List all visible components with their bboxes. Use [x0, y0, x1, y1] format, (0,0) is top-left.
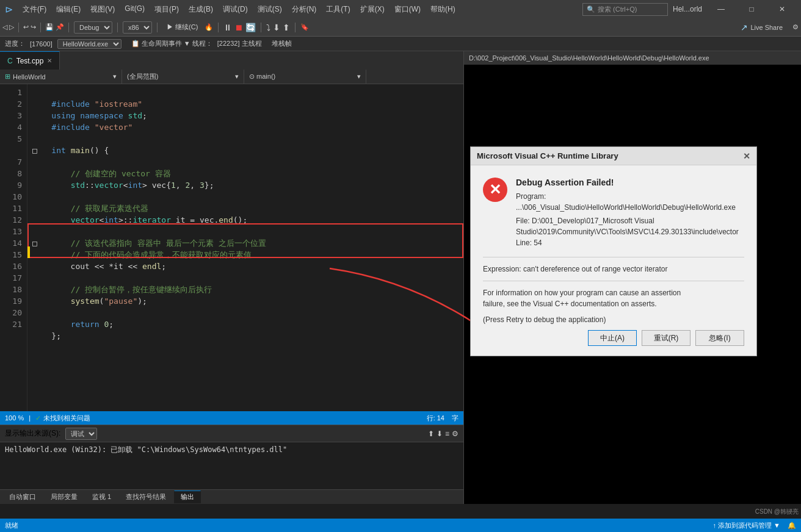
retry-button[interactable]: 重试(R) [642, 330, 690, 346]
toolbar: ◁ ▷ ↩ ↪ 💾 📌 Debug x86 ▶ 继续(C) 🔥 ⏸ ⏹ 🔄 ⤵ … [0, 18, 801, 37]
dropdown-arrow3: ▾ [357, 73, 361, 81]
tab-label: Test.cpp [16, 57, 44, 65]
debug-icons: ⏸ ⏹ 🔄 ⤵ ⬇ ⬆ [223, 23, 290, 32]
output-icon4[interactable]: ⚙ [452, 430, 458, 438]
char-info: 字 [452, 414, 458, 423]
ignore-button[interactable]: 忽略(I) [695, 330, 744, 346]
code-content[interactable]: #include "iostream" using namespace std;… [27, 84, 463, 356]
zoom-level: 100 % [5, 414, 24, 422]
function-label: ⊙ main() [249, 73, 275, 81]
settings-icon[interactable]: ⚙ [792, 23, 799, 31]
step-in-btn[interactable]: ⬇ [273, 23, 280, 32]
vs-logo: ⊳ [5, 4, 13, 15]
bell-icon[interactable]: 🔔 [788, 522, 796, 530]
tab-local-vars[interactable]: 局部变量 [44, 491, 84, 503]
dialog-body: ✕ Debug Assertion Failed! Program: ...\0… [471, 165, 756, 356]
platform-dropdown[interactable]: x86 [123, 21, 152, 34]
class-dropdown[interactable]: ⊞ HelloWorld ▾ [0, 70, 122, 84]
live-share-label: Live Share [750, 24, 783, 31]
scope-dropdown[interactable]: (全局范围) ▾ [122, 70, 244, 84]
output-tabs: 自动窗口 局部变量 监视 1 查找符号结果 输出 [0, 489, 463, 504]
restart-btn[interactable]: 🔄 [245, 23, 256, 32]
tab-watch1[interactable]: 监视 1 [85, 491, 118, 503]
tab-close-button[interactable]: ✕ [47, 57, 52, 64]
add-to-source[interactable]: ↑ 添加到源代码管理 ▼ [713, 521, 781, 530]
step-over-btn[interactable]: ⤵ [266, 23, 270, 32]
dropdown-arrow2: ▾ [235, 73, 239, 81]
process-bar: 进度： [17600] HelloWorld.exe 📋 生命周期事件 ▼ 线程… [0, 37, 801, 51]
tab-auto-window[interactable]: 自动窗口 [2, 491, 43, 503]
dialog-close-button[interactable]: ✕ [743, 151, 750, 161]
minimize-button[interactable]: — [707, 0, 735, 18]
output-toolbar-icons: ⬆ ⬇ ≡ ⚙ [428, 430, 458, 438]
menu-project[interactable]: 项目(P) [150, 3, 184, 16]
menu-debug[interactable]: 调试(D) [218, 3, 253, 16]
undo-btn[interactable]: ↩ [23, 23, 29, 31]
warning-text: 未找到相关问题 [43, 414, 90, 423]
tab-test-cpp[interactable]: C Test.cpp ✕ [0, 51, 60, 70]
thread-value: [22232] 主线程 [217, 39, 262, 48]
menu-help[interactable]: 帮助(H) [426, 3, 460, 16]
menu-analyze[interactable]: 分析(N) [287, 3, 322, 16]
dialog-expression: Expression: can't dereference out of ran… [483, 264, 744, 275]
live-share-icon: ↗ [741, 23, 748, 32]
dialog-program-label: Program: ...\006_Visual_Studio\HelloWorl… [516, 191, 739, 213]
pause-btn[interactable]: ⏸ [223, 23, 232, 32]
menu-view[interactable]: 视图(V) [85, 3, 120, 16]
search-box[interactable]: 🔍 搜索 (Ctrl+Q) [582, 3, 668, 16]
menu-tools[interactable]: 工具(T) [321, 3, 355, 16]
menu-window[interactable]: 窗口(W) [390, 3, 426, 16]
code-editor[interactable]: 1 2 3 4 5 7 8 9 10 11 12 13 14 15 16 1 [0, 84, 463, 411]
function-dropdown[interactable]: ⊙ main() ▾ [244, 70, 366, 84]
output-icon3[interactable]: ≡ [445, 430, 449, 438]
dialog-file-info: File: D:\001_Develop\017_Microsoft Visua… [516, 215, 739, 248]
tab-find-symbol[interactable]: 查找符号结果 [119, 491, 173, 503]
debug-path: D:\002_Project\006_Visual_Studio\HelloWo… [469, 54, 709, 62]
nav-bar: ⊞ HelloWorld ▾ (全局范围) ▾ ⊙ main() ▾ [0, 70, 463, 84]
class-name: HelloWorld [13, 73, 46, 81]
file-icon: C [7, 57, 13, 65]
tab-bar: C Test.cpp ✕ [0, 51, 463, 70]
menu-extend[interactable]: 扩展(X) [355, 3, 390, 16]
live-share-button[interactable]: ↗ Live Share [736, 21, 788, 34]
menu-test[interactable]: 测试(S) [253, 3, 287, 16]
toolbar-sep4 [117, 23, 118, 32]
scope-label: (全局范围) [127, 72, 158, 81]
output-source-dropdown[interactable]: 调试 [65, 428, 97, 440]
dialog-line-label: Line: 54 [516, 239, 542, 247]
runtime-error-dialog[interactable]: Microsoft Visual C++ Runtime Library ✕ ✕… [470, 146, 757, 356]
forward-btn[interactable]: ▷ [9, 23, 14, 31]
back-btn[interactable]: ◁ [2, 23, 7, 31]
menu-build[interactable]: 生成(B) [184, 3, 218, 16]
pin-btn[interactable]: 📌 [56, 23, 64, 31]
redo-btn[interactable]: ↪ [31, 23, 36, 31]
title-bar: ⊳ 文件(F) 编辑(E) 视图(V) Git(G) 项目(P) 生成(B) 调… [0, 0, 801, 18]
status-text: 就绪 [5, 521, 18, 530]
save-btn[interactable]: 💾 [45, 23, 54, 31]
process-label: 进度： [5, 39, 25, 48]
lifecycle-label: 📋 生命周期事件 ▼ 线程： [131, 39, 212, 48]
debug-mode-dropdown[interactable]: Debug [74, 21, 112, 34]
error-icon: ✕ [483, 178, 507, 202]
output-icon1[interactable]: ⬆ [428, 430, 434, 438]
stack-label: 堆栈帧 [272, 39, 292, 48]
continue-button[interactable]: ▶ 继续(C) [162, 21, 202, 34]
menu-git[interactable]: Git(G) [120, 3, 150, 16]
close-button[interactable]: ✕ [768, 0, 796, 18]
tab-output[interactable]: 输出 [174, 491, 201, 503]
menu-file[interactable]: 文件(F) [18, 3, 51, 16]
output-content: HelloWorld.exe (Win32): 已卸载 "C:\Windows\… [0, 442, 463, 489]
bookmark-icon: 🔖 [300, 23, 309, 31]
output-icon2[interactable]: ⬇ [437, 430, 443, 438]
stop-btn[interactable]: ⏹ [234, 23, 243, 32]
toolbar-sep5 [157, 23, 158, 32]
menu-edit[interactable]: 编辑(E) [51, 3, 85, 16]
abort-button[interactable]: 中止(A) [588, 330, 637, 346]
editor-area: C Test.cpp ✕ ⊞ HelloWorld ▾ (全局范围) ▾ ⊙ m… [0, 51, 464, 504]
warning-indicator: ✓ 未找到相关问题 [35, 414, 90, 423]
maximize-button[interactable]: □ [738, 0, 766, 18]
process-dropdown[interactable]: HelloWorld.exe [57, 39, 121, 49]
step-out-btn[interactable]: ⬆ [283, 23, 290, 32]
window-title: Hel...orld [673, 5, 702, 13]
output-toolbar: 显示输出来源(S): 调试 ⬆ ⬇ ≡ ⚙ [0, 425, 463, 442]
